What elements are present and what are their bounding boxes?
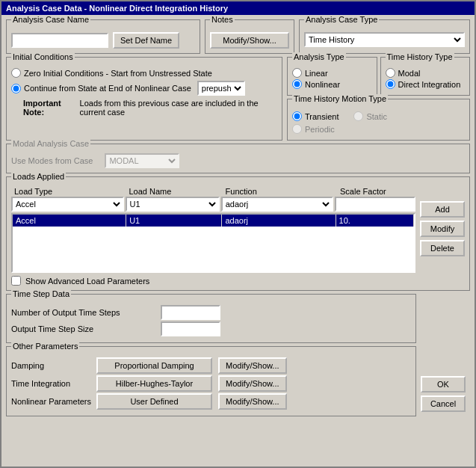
row-load-name: U1 <box>126 215 222 227</box>
col-load-type: Load Type <box>11 186 126 197</box>
modify-load-button[interactable]: Modify <box>420 221 465 237</box>
periodic-label: Periodic <box>305 125 335 134</box>
time-history-motion-type-group: Time History Motion Type Transient Stati… <box>287 99 470 141</box>
delete-load-button[interactable]: Delete <box>420 240 465 256</box>
analysis-case-name-label: Analysis Case Name <box>11 15 90 24</box>
output-step-size-input[interactable]: 1. <box>161 321 220 336</box>
analysis-case-name-input[interactable]: adanaaorj-x <box>11 33 108 48</box>
nonlinear-params-row: Nonlinear Parameters User Defined Modify… <box>11 393 411 410</box>
output-steps-label: Number of Output Time Steps <box>11 308 161 317</box>
linear-label: Linear <box>305 69 328 78</box>
load-type-dropdown[interactable]: Accel <box>11 197 124 212</box>
damping-row: Damping Proportional Damping Modify/Show… <box>11 357 411 374</box>
load-name-dropdown[interactable]: U1 <box>126 197 220 212</box>
analysis-type-group: Analysis Type Linear Nonlinear <box>287 57 377 96</box>
row-scale-factor: 10. <box>336 215 414 227</box>
use-modes-label: Use Modes from Case <box>11 156 93 165</box>
modal-radio[interactable] <box>386 68 395 78</box>
loads-table-header: Load Type Load Name Function Scale Facto… <box>11 186 415 197</box>
main-window: Analysis Case Data - Nonlinear Direct In… <box>0 0 476 468</box>
show-advanced-checkbox[interactable] <box>11 276 21 286</box>
col-scale-factor: Scale Factor <box>337 186 415 197</box>
loads-applied-label: Loads Applied <box>11 172 66 181</box>
static-radio[interactable] <box>353 111 363 121</box>
analysis-case-type-group: Analysis Case Type Time History <box>299 19 470 54</box>
time-history-motion-type-label: Time History Motion Type <box>292 94 388 103</box>
transient-label: Transient <box>305 112 339 121</box>
analysis-case-type-select[interactable]: Time History <box>304 32 465 47</box>
transient-radio[interactable] <box>292 111 302 121</box>
row-load-type: Accel <box>13 215 126 227</box>
title-bar: Analysis Case Data - Nonlinear Direct In… <box>1 1 475 15</box>
periodic-radio[interactable] <box>292 124 302 134</box>
other-parameters-label: Other Parameters <box>11 342 79 351</box>
loads-table: Accel U1 adaorj 10. <box>11 213 415 273</box>
function-dropdown[interactable]: adaorj <box>221 197 334 212</box>
time-integration-modify-show-button[interactable]: Modify/Show... <box>218 375 287 392</box>
scale-factor-input[interactable]: 10. <box>335 197 415 212</box>
important-note-label: Important Note: <box>23 99 77 117</box>
add-load-button[interactable]: Add <box>420 201 465 218</box>
initial-conditions-group: Initial Conditions Zero Initial Conditio… <box>6 57 282 141</box>
modal-label: Modal <box>398 69 421 78</box>
time-integration-row: Time Integration Hilber-Hughes-Taylor Mo… <box>11 375 411 392</box>
row-function: adaorj <box>222 215 336 227</box>
direct-integration-label: Direct Integration <box>398 80 461 89</box>
important-note-text: Loads from this previous case are includ… <box>80 99 277 117</box>
output-step-size-label: Output Time Step Size <box>11 324 161 333</box>
continue-state-radio[interactable] <box>11 84 21 93</box>
col-load-name: Load Name <box>126 186 222 197</box>
output-steps-row: Number of Output Time Steps 29 <box>11 305 411 320</box>
modal-analysis-case-group: Modal Analysis Case Use Modes from Case … <box>6 144 470 173</box>
hilber-hughes-taylor-button[interactable]: Hilber-Hughes-Taylor <box>96 375 212 392</box>
nonlinear-modify-show-button[interactable]: Modify/Show... <box>218 393 287 410</box>
set-def-name-button[interactable]: Set Def Name <box>113 32 179 49</box>
notes-group: Notes Modify/Show... <box>205 19 294 54</box>
show-advanced-label: Show Advanced Load Parameters <box>25 277 149 286</box>
static-label: Static <box>366 112 387 121</box>
loads-applied-group: Loads Applied Load Type Load Name Functi… <box>6 176 470 291</box>
linear-radio[interactable] <box>292 68 302 78</box>
nonlinear-label: Nonlinear <box>305 80 340 89</box>
zero-initial-label: Zero Initial Conditions - Start from Uns… <box>24 69 212 78</box>
output-steps-input[interactable]: 29 <box>161 305 220 320</box>
nonlinear-params-label: Nonlinear Parameters <box>11 397 93 406</box>
time-step-data-label: Time Step Data <box>11 289 71 298</box>
proportional-damping-button[interactable]: Proportional Damping <box>96 357 212 374</box>
initial-conditions-label: Initial Conditions <box>11 52 75 61</box>
cancel-button[interactable]: Cancel <box>421 395 466 412</box>
analysis-type-label: Analysis Type <box>292 52 346 61</box>
analysis-case-name-group: Analysis Case Name adanaaorj-x Set Def N… <box>6 19 200 54</box>
output-step-size-row: Output Time Step Size 1. <box>11 321 411 336</box>
modal-analysis-case-label: Modal Analysis Case <box>11 139 90 148</box>
time-step-data-group: Time Step Data Number of Output Time Ste… <box>6 294 416 343</box>
damping-modify-show-button[interactable]: Modify/Show... <box>218 357 287 374</box>
time-history-type-label: Time History Type <box>386 52 454 61</box>
direct-integration-radio[interactable] <box>386 79 395 89</box>
user-defined-button[interactable]: User Defined <box>96 393 212 410</box>
notes-modify-show-button[interactable]: Modify/Show... <box>210 32 289 49</box>
time-integration-label: Time Integration <box>11 379 93 388</box>
continue-state-label: Continue from State at End of Nonlinear … <box>24 84 191 93</box>
nonlinear-case-select[interactable]: prepush <box>197 81 245 96</box>
window-title: Analysis Case Data - Nonlinear Direct In… <box>6 4 228 13</box>
dialog-buttons: OK Cancel <box>421 294 470 416</box>
table-row[interactable]: Accel U1 adaorj 10. <box>13 215 414 227</box>
nonlinear-radio[interactable] <box>292 79 302 89</box>
analysis-case-type-label: Analysis Case Type <box>304 15 379 24</box>
zero-initial-radio[interactable] <box>11 68 21 78</box>
other-parameters-group: Other Parameters Damping Proportional Da… <box>6 346 416 416</box>
col-function: Function <box>223 186 337 197</box>
time-history-type-group: Time History Type Modal Direct Integrati… <box>380 57 471 96</box>
damping-label: Damping <box>11 361 93 370</box>
modal-case-select[interactable]: MODAL <box>105 153 179 168</box>
notes-label: Notes <box>210 15 235 24</box>
ok-button[interactable]: OK <box>421 376 466 392</box>
